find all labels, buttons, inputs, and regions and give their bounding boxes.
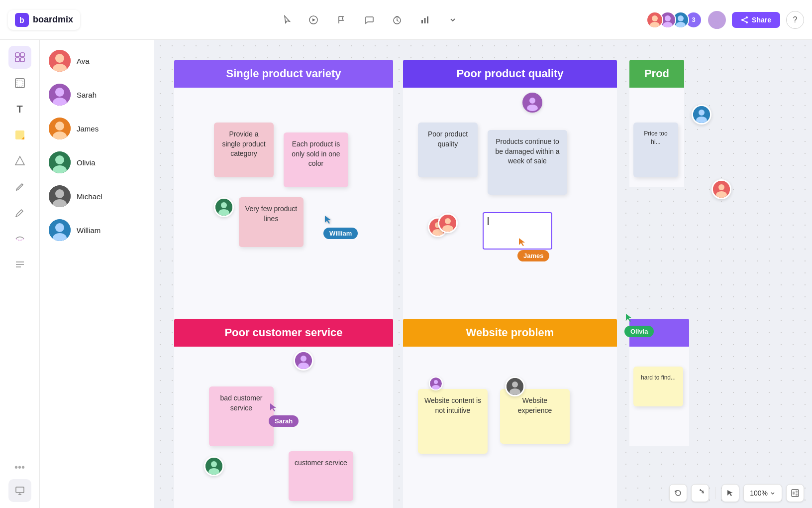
redo-button[interactable] [691, 484, 709, 502]
current-user-avatar[interactable] [708, 11, 726, 29]
svg-marker-87 [727, 490, 733, 496]
svg-point-9 [650, 22, 660, 27]
divider [715, 487, 715, 499]
sidebar-sticky-icon[interactable] [8, 124, 31, 146]
user-name-sarah: Sarah [77, 91, 97, 99]
cursor-label-olivia: Olivia [624, 326, 654, 337]
sidebar-presentation-button[interactable] [8, 479, 31, 502]
bottom-bar: 100% [669, 484, 804, 502]
pointer-mode-button[interactable] [721, 484, 739, 502]
canvas-avatar-william-right [692, 105, 711, 125]
svg-line-19 [742, 17, 747, 20]
sticky-damaged[interactable]: Products continue to be damaged within a… [488, 130, 567, 195]
svg-point-15 [710, 22, 724, 29]
sidebar-frame-icon[interactable] [8, 72, 31, 95]
avatar-olivia-lg [49, 151, 71, 173]
user-name-michael: Michael [77, 192, 102, 201]
play-icon[interactable] [304, 11, 322, 29]
sticky-website-content[interactable]: Website content is not intuitive [418, 389, 488, 454]
user-item-william[interactable]: William [46, 217, 148, 243]
logo-text: boardmix [33, 14, 73, 25]
sticky-few-lines[interactable]: Very few product lines [239, 197, 304, 247]
user-name-olivia: Olivia [77, 158, 96, 167]
cursor-label-sarah: Sarah [269, 415, 299, 427]
svg-marker-28 [15, 156, 24, 165]
more-down-icon[interactable] [444, 11, 462, 29]
canvas-avatar-small-q4 [429, 377, 443, 390]
timer-icon[interactable] [388, 11, 406, 29]
svg-rect-26 [17, 80, 23, 86]
cursor-label-william: William [323, 228, 358, 239]
quad-title-poor-quality: Poor product quality [456, 67, 563, 80]
zoom-control[interactable]: 100% [743, 484, 782, 502]
avatar-ava-lg [49, 50, 71, 72]
partial-card-prod: Prod Price too hi... [629, 60, 684, 187]
minimap-button[interactable] [786, 484, 804, 502]
sidebar-list-icon[interactable] [8, 253, 31, 276]
sticky-customer-service[interactable]: customer service [289, 451, 353, 501]
svg-point-13 [676, 22, 686, 27]
sidebar-more-items[interactable]: ••• [14, 462, 25, 473]
quad-title-single-product: Single product variety [226, 67, 341, 80]
sticky-text-damaged: Products continue to be damaged within a… [495, 137, 559, 165]
quad-body-single-product: Provide a single product category Each p… [174, 88, 393, 327]
svg-point-61 [445, 218, 451, 224]
sticky-price-too-hi[interactable]: Price too hi... [633, 123, 678, 177]
svg-line-20 [742, 20, 747, 22]
svg-marker-56 [325, 216, 331, 224]
svg-point-54 [221, 202, 227, 208]
avatars-group[interactable]: 3 [646, 11, 702, 28]
user-item-sarah[interactable]: Sarah [46, 82, 148, 108]
svg-point-48 [55, 189, 64, 198]
user-item-michael[interactable]: Michael [46, 183, 148, 209]
avatar-michael-lg [49, 185, 71, 207]
share-button[interactable]: Share [732, 12, 780, 28]
svg-point-45 [55, 155, 64, 164]
quad-body-poor-service: bad customer service customer service Sa… [174, 347, 393, 508]
sidebar-pen-icon[interactable] [8, 175, 31, 198]
partial-body-prod: Price too hi... [629, 88, 684, 187]
quad-header-website: Website problem [403, 319, 617, 347]
logo-area[interactable]: b boardmix [8, 10, 80, 30]
svg-rect-24 [20, 58, 24, 62]
text-cursor-blink [488, 217, 489, 225]
left-sidebar: T ••• [0, 40, 40, 508]
user-item-olivia[interactable]: Olivia [46, 149, 148, 175]
svg-marker-63 [519, 238, 525, 246]
move-icon[interactable] [277, 11, 295, 29]
help-button[interactable]: ? [786, 11, 804, 29]
sticky-text-website-experience: Website experience [518, 396, 552, 414]
sidebar-connector-icon[interactable] [8, 227, 31, 250]
avatar-ava[interactable] [646, 11, 663, 28]
sidebar-text-icon[interactable]: T [8, 98, 31, 121]
sticky-bad-service[interactable]: bad customer service [209, 386, 274, 446]
sticky-text-poor-quality: Poor product quality [428, 130, 468, 148]
sticky-single-category[interactable]: Provide a single product category [214, 123, 274, 177]
flag-icon[interactable] [332, 11, 350, 29]
partial-header-prod: Prod [629, 60, 684, 88]
canvas-area[interactable]: Single product variety Provide a single … [154, 40, 812, 508]
svg-rect-89 [793, 492, 795, 495]
sidebar-shapes-icon[interactable] [8, 149, 31, 172]
svg-rect-22 [20, 53, 24, 57]
chart-icon[interactable] [416, 11, 434, 29]
sticky-hard-find[interactable]: hard to find... [633, 367, 683, 406]
user-item-james[interactable]: James [46, 116, 148, 141]
sticky-website-experience[interactable]: Website experience [500, 389, 570, 444]
sticky-one-color[interactable]: Each product is only sold in one color [284, 132, 348, 187]
undo-button[interactable] [669, 484, 687, 502]
svg-point-65 [529, 98, 535, 104]
comment-icon[interactable] [360, 11, 378, 29]
quad-website-problem: Website problem Website content is not i… [403, 319, 617, 508]
sidebar-pencil-icon[interactable] [8, 201, 31, 224]
partial-body-br: hard to find... [629, 347, 689, 446]
sticky-poor-quality[interactable]: Poor product quality [418, 123, 478, 177]
quad-header-single-product: Single product variety [174, 60, 393, 88]
sidebar-template-icon[interactable] [8, 46, 31, 69]
quad-poor-service: Poor customer service bad customer servi… [174, 319, 393, 508]
svg-rect-90 [796, 491, 798, 493]
cursor-olivia: Olivia [624, 313, 634, 325]
sticky-text-bad-service: bad customer service [220, 394, 263, 412]
user-item-ava[interactable]: Ava [46, 48, 148, 74]
cursor-label-james: James [517, 250, 549, 261]
